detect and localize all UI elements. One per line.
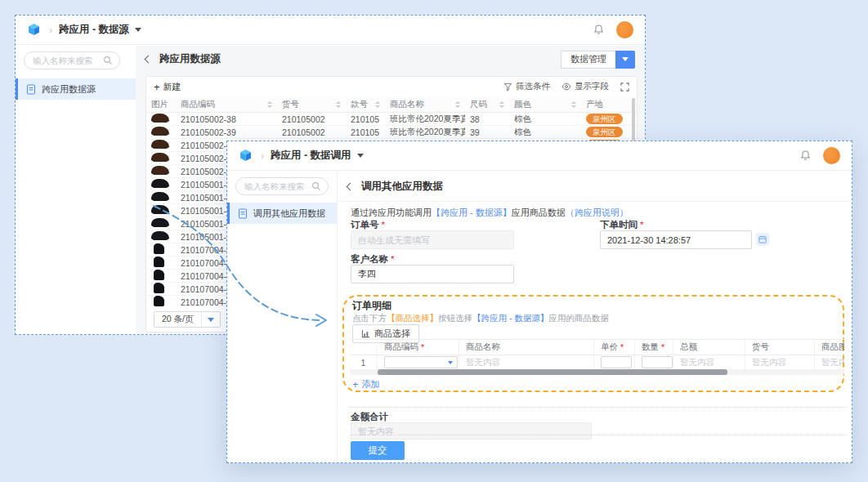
- app-title[interactable]: 跨应用 - 数据源: [59, 23, 129, 37]
- sort-icon[interactable]: [375, 101, 380, 108]
- sidebar-item-data-source[interactable]: 跨应用数据源: [16, 78, 136, 100]
- plus-icon: +: [154, 82, 160, 92]
- filter-button-label: 筛选条件: [516, 81, 550, 92]
- scrollbar-thumb[interactable]: [378, 369, 727, 375]
- detail-horizontal-scrollbar[interactable]: [350, 369, 844, 375]
- caret-down-icon: [622, 57, 629, 61]
- view-mode-select[interactable]: 数据管理: [561, 51, 635, 69]
- shoe-image: [151, 153, 169, 162]
- sort-icon[interactable]: [267, 101, 272, 108]
- sort-icon[interactable]: [571, 101, 576, 108]
- shoe-image: [154, 243, 164, 254]
- color-cell: 棕色: [509, 127, 581, 138]
- app-header: › 跨应用 - 数据调用: [227, 141, 852, 171]
- sidebar-search-input[interactable]: [31, 55, 103, 66]
- sidebar-item-label: 跨应用数据源: [42, 83, 96, 96]
- item-no-cell: 暂无内容: [745, 355, 815, 370]
- fields-button-label: 显示字段: [575, 81, 609, 92]
- fullscreen-button[interactable]: [620, 83, 629, 91]
- page-titlebar: 调用其他应用数据: [338, 172, 852, 202]
- sort-icon[interactable]: [455, 101, 460, 108]
- total-amount-input[interactable]: [351, 422, 592, 440]
- add-row-label: 添加: [362, 378, 380, 391]
- form-divider: [350, 407, 847, 408]
- page-size-select[interactable]: 20 条/页: [154, 311, 221, 328]
- product-select-button-label: 商品选择: [374, 328, 410, 340]
- item-no-cell: 210105002: [277, 127, 346, 137]
- origin-cell: 泉州区: [581, 114, 637, 124]
- product-image-cell: [146, 231, 176, 242]
- submit-button[interactable]: 提交: [351, 441, 405, 460]
- sort-icon[interactable]: [336, 101, 341, 108]
- column-header[interactable]: 货号: [277, 99, 346, 110]
- table-row[interactable]: 210105002-38 210105002 210105 班比帝伦2020夏季…: [146, 113, 637, 126]
- product-name-cell: 班比帝伦2020夏季真皮..: [385, 114, 465, 125]
- shoe-image: [151, 166, 169, 175]
- breadcrumb-chevron-icon: ›: [49, 25, 52, 36]
- sidebar-item-call-data[interactable]: 调用其他应用数据: [227, 203, 337, 224]
- shoe-image: [151, 218, 169, 227]
- table-header-row: 图片 商品编码 货号 款号 商品名称 尺码 颜色 产地: [146, 96, 637, 113]
- sidebar-search[interactable]: [24, 51, 120, 69]
- sidebar-search-input[interactable]: [243, 181, 311, 192]
- new-button[interactable]: + 新建: [154, 81, 181, 93]
- search-icon: [311, 181, 321, 191]
- color-cell: 棕色: [509, 114, 581, 125]
- order-no-input[interactable]: [351, 230, 514, 249]
- shoe-image: [154, 257, 164, 267]
- column-header[interactable]: 商品名称: [385, 99, 465, 110]
- sort-icon[interactable]: [499, 101, 504, 108]
- app-title[interactable]: 跨应用 - 数据调用: [271, 149, 351, 163]
- product-image-cell: [146, 218, 176, 229]
- shoe-image: [154, 283, 164, 293]
- filter-button[interactable]: 筛选条件: [503, 81, 550, 92]
- product-image-cell: [146, 114, 176, 124]
- new-button-label: 新建: [163, 81, 181, 93]
- user-avatar[interactable]: [823, 147, 840, 164]
- product-image-cell: [146, 140, 176, 150]
- order-detail-hint: 点击下方【商品选择】按钮选择【跨应用 - 数据源】应用的商品数据: [352, 313, 609, 324]
- column-header[interactable]: 颜色: [509, 99, 581, 110]
- cross-app-help-link[interactable]: （跨应用说明）: [566, 208, 629, 217]
- quantity-input[interactable]: [642, 356, 673, 368]
- product-name-cell: 班比帝伦2020夏季真皮..: [385, 127, 465, 138]
- product-code-select[interactable]: [384, 356, 458, 368]
- product-image-cell: [146, 205, 176, 216]
- user-avatar[interactable]: [616, 21, 633, 38]
- order-time-input[interactable]: [600, 230, 752, 249]
- data-source-app-ref: 【跨应用 - 数据源】: [472, 313, 548, 323]
- chart-icon: [361, 329, 370, 338]
- data-source-app-link[interactable]: 【跨应用 - 数据源】: [432, 208, 512, 217]
- product-image-cell: [146, 166, 176, 176]
- back-chevron-icon[interactable]: [347, 182, 355, 190]
- model-no-cell: 210105: [346, 127, 385, 137]
- fields-button[interactable]: 显示字段: [562, 81, 609, 92]
- order-no-label: 订单号*: [351, 219, 385, 231]
- view-mode-dropdown-button[interactable]: [615, 51, 635, 69]
- plus-icon: +: [352, 379, 359, 390]
- app-title-caret-icon[interactable]: [357, 154, 364, 158]
- back-chevron-icon[interactable]: [145, 56, 153, 64]
- notification-bell-icon[interactable]: [799, 150, 812, 162]
- unit-price-input[interactable]: [601, 356, 632, 368]
- column-header[interactable]: 款号: [346, 99, 385, 110]
- shoe-image: [154, 296, 164, 306]
- caret-down-icon[interactable]: [202, 318, 220, 322]
- table-row[interactable]: 210105002-39 210105002 210105 班比帝伦2020夏季…: [146, 126, 637, 139]
- customer-name-input[interactable]: [351, 265, 514, 283]
- caret-down-icon: [448, 361, 453, 364]
- required-mark: *: [661, 342, 664, 352]
- column-header[interactable]: 尺码: [465, 99, 509, 110]
- sidebar-search[interactable]: [235, 177, 329, 195]
- notification-bell-icon[interactable]: [593, 24, 605, 36]
- size-cell: 38: [465, 114, 509, 124]
- column-header[interactable]: 商品编码: [176, 99, 277, 110]
- origin-badge: 泉州区: [586, 114, 623, 124]
- size-cell: 39: [465, 127, 509, 137]
- column-header[interactable]: 产地: [581, 99, 637, 110]
- page-title: 跨应用数据源: [159, 52, 221, 66]
- calendar-icon[interactable]: [756, 233, 769, 246]
- product-select-ref: 【商品选择】: [387, 313, 438, 323]
- app-title-caret-icon[interactable]: [135, 28, 141, 32]
- add-row-button[interactable]: + 添加: [352, 378, 380, 391]
